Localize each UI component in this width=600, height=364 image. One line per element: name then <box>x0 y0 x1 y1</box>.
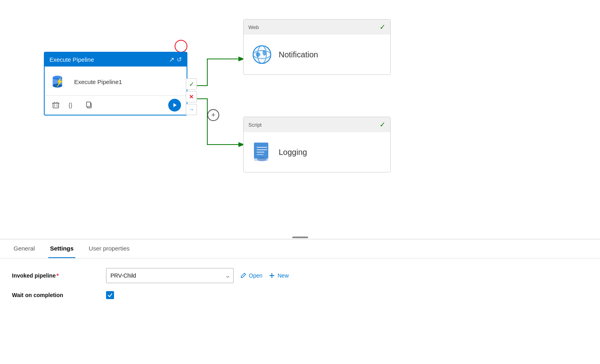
external-link-icon[interactable]: ↗ <box>169 56 174 63</box>
branch-icons: ✓ ✕ → <box>186 78 197 115</box>
add-activity-button[interactable]: + <box>207 109 219 121</box>
invoked-pipeline-row: Invoked pipeline* PRV-Child ⌵ Open New <box>12 268 588 283</box>
canvas-area: Execute Pipeline ↗ ↺ Execute Pipeline1 <box>0 0 600 239</box>
tab-general[interactable]: General <box>12 239 36 258</box>
sl-node-header: Script ✓ <box>244 117 390 132</box>
settings-tabs: General Settings User properties <box>0 239 600 258</box>
sl-header-label: Script <box>248 122 262 128</box>
web-globe-icon <box>252 44 272 65</box>
wait-completion-checkbox[interactable] <box>106 291 114 299</box>
copy-action-icon[interactable] <box>84 100 95 111</box>
script-logging-node: Script ✓ Logging <box>243 117 391 172</box>
success-branch-icon[interactable]: ✓ <box>186 78 197 90</box>
go-button[interactable] <box>168 99 181 112</box>
ep-header-title: Execute Pipeline <box>49 56 94 63</box>
wn-body-label: Notification <box>279 50 318 59</box>
svg-text:{}: {} <box>69 102 73 108</box>
tab-user-properties[interactable]: User properties <box>87 239 132 258</box>
svg-rect-12 <box>87 102 90 107</box>
wn-header-label: Web <box>248 24 259 30</box>
pencil-icon <box>240 272 246 279</box>
tab-settings[interactable]: Settings <box>48 239 75 258</box>
checkmark-icon <box>107 292 113 298</box>
open-label: Open <box>249 272 262 279</box>
ep-header-icons: ↗ ↺ <box>169 56 182 63</box>
rotate-icon[interactable]: ↺ <box>177 56 182 63</box>
execute-pipeline-node: Execute Pipeline ↗ ↺ Execute Pipeline1 <box>44 52 187 115</box>
sl-body-label: Logging <box>279 148 307 157</box>
wn-check-icon: ✓ <box>380 23 386 31</box>
panel-divider <box>0 239 600 239</box>
divider-handle[interactable] <box>292 237 308 238</box>
svg-marker-13 <box>173 103 177 107</box>
invoked-pipeline-label: Invoked pipeline* <box>12 272 100 279</box>
wait-completion-row: Wait on completion <box>12 291 588 299</box>
svg-rect-19 <box>254 143 268 159</box>
svg-point-17 <box>253 46 271 63</box>
new-pipeline-link[interactable]: New <box>269 272 289 279</box>
sl-check-icon: ✓ <box>380 120 386 129</box>
completion-branch-icon[interactable]: → <box>186 104 197 115</box>
script-doc-icon <box>252 142 272 162</box>
required-star: * <box>57 272 59 279</box>
failure-branch-icon[interactable]: ✕ <box>186 91 197 102</box>
delete-action-icon[interactable] <box>50 100 61 111</box>
wait-completion-control <box>106 291 114 299</box>
ep-actions-bar: {} <box>45 96 187 115</box>
ep-node-header: Execute Pipeline ↗ ↺ <box>45 53 187 67</box>
red-circle-indicator <box>175 40 187 53</box>
bottom-panel: General Settings User properties Invoked… <box>0 239 600 317</box>
open-pipeline-link[interactable]: Open <box>240 272 262 279</box>
dropdown-chevron-icon: ⌵ <box>226 272 229 279</box>
ep-pipeline-icon <box>50 72 69 91</box>
pipeline-dropdown-value: PRV-Child <box>110 272 136 279</box>
code-action-icon[interactable]: {} <box>67 100 78 111</box>
invoked-pipeline-control: PRV-Child ⌵ Open New <box>106 268 289 283</box>
new-label: New <box>277 272 289 279</box>
wn-node-body: Notification <box>244 35 390 74</box>
wait-completion-label: Wait on completion <box>12 292 100 298</box>
plus-icon <box>269 272 275 279</box>
ep-header-left: Execute Pipeline <box>49 56 94 63</box>
sl-node-body: Logging <box>244 132 390 172</box>
pipeline-dropdown[interactable]: PRV-Child ⌵ <box>106 268 234 283</box>
svg-rect-4 <box>53 103 59 108</box>
wn-node-header: Web ✓ <box>244 20 390 35</box>
ep-node-body: Execute Pipeline1 <box>45 67 187 96</box>
svg-point-24 <box>257 157 267 161</box>
svg-point-2 <box>53 84 62 88</box>
settings-panel: Invoked pipeline* PRV-Child ⌵ Open New <box>0 258 600 317</box>
web-notification-node: Web ✓ Notification <box>243 19 391 75</box>
ep-body-label: Execute Pipeline1 <box>74 78 122 85</box>
